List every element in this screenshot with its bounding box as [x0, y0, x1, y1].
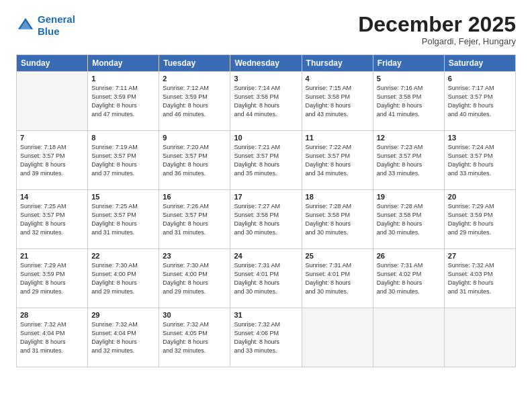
calendar-cell: 11Sunrise: 7:22 AM Sunset: 3:57 PM Dayli…	[302, 131, 373, 190]
calendar-cell: 9Sunrise: 7:20 AM Sunset: 3:57 PM Daylig…	[159, 131, 230, 190]
day-info: Sunrise: 7:16 AM Sunset: 3:58 PM Dayligh…	[377, 84, 441, 119]
day-number: 13	[448, 134, 512, 142]
day-info: Sunrise: 7:19 AM Sunset: 3:57 PM Dayligh…	[91, 143, 155, 178]
calendar-cell	[373, 308, 444, 367]
day-info: Sunrise: 7:32 AM Sunset: 4:03 PM Dayligh…	[448, 261, 512, 296]
calendar-cell: 10Sunrise: 7:21 AM Sunset: 3:57 PM Dayli…	[230, 131, 302, 190]
calendar-cell: 26Sunrise: 7:31 AM Sunset: 4:02 PM Dayli…	[373, 249, 444, 308]
title-block: December 2025 Polgardi, Fejer, Hungary	[358, 13, 516, 46]
calendar-cell: 3Sunrise: 7:14 AM Sunset: 3:58 PM Daylig…	[230, 72, 302, 131]
logo: General Blue	[16, 13, 75, 38]
day-info: Sunrise: 7:20 AM Sunset: 3:57 PM Dayligh…	[163, 143, 226, 178]
calendar-week-row: 14Sunrise: 7:25 AM Sunset: 3:57 PM Dayli…	[17, 190, 516, 249]
day-number: 29	[91, 311, 155, 319]
day-info: Sunrise: 7:21 AM Sunset: 3:57 PM Dayligh…	[234, 143, 298, 178]
day-info: Sunrise: 7:23 AM Sunset: 3:57 PM Dayligh…	[377, 143, 441, 178]
day-number: 31	[234, 311, 298, 319]
day-info: Sunrise: 7:30 AM Sunset: 4:00 PM Dayligh…	[91, 261, 155, 296]
day-info: Sunrise: 7:28 AM Sunset: 3:58 PM Dayligh…	[306, 202, 369, 237]
day-number: 25	[306, 252, 369, 260]
header: General Blue December 2025 Polgardi, Fej…	[16, 13, 516, 46]
day-info: Sunrise: 7:32 AM Sunset: 4:04 PM Dayligh…	[91, 320, 155, 355]
logo-icon	[16, 16, 35, 35]
calendar-week-row: 28Sunrise: 7:32 AM Sunset: 4:04 PM Dayli…	[17, 308, 516, 367]
day-number: 14	[20, 193, 84, 201]
day-info: Sunrise: 7:30 AM Sunset: 4:00 PM Dayligh…	[163, 261, 226, 296]
calendar-week-row: 21Sunrise: 7:29 AM Sunset: 3:59 PM Dayli…	[17, 249, 516, 308]
day-number: 22	[91, 252, 155, 260]
calendar-cell: 7Sunrise: 7:18 AM Sunset: 3:57 PM Daylig…	[17, 131, 88, 190]
day-number: 7	[20, 134, 84, 142]
location: Polgardi, Fejer, Hungary	[358, 36, 516, 46]
calendar-cell: 8Sunrise: 7:19 AM Sunset: 3:57 PM Daylig…	[88, 131, 159, 190]
calendar-cell: 30Sunrise: 7:32 AM Sunset: 4:05 PM Dayli…	[159, 308, 230, 367]
weekday-header: Sunday	[17, 55, 88, 72]
day-info: Sunrise: 7:31 AM Sunset: 4:01 PM Dayligh…	[234, 261, 298, 296]
day-info: Sunrise: 7:25 AM Sunset: 3:57 PM Dayligh…	[91, 202, 155, 237]
calendar-cell: 25Sunrise: 7:31 AM Sunset: 4:01 PM Dayli…	[302, 249, 373, 308]
day-number: 26	[377, 252, 441, 260]
day-number: 17	[234, 193, 298, 201]
day-number: 19	[377, 193, 441, 201]
day-number: 27	[448, 252, 512, 260]
calendar-week-row: 1Sunrise: 7:11 AM Sunset: 3:59 PM Daylig…	[17, 72, 516, 131]
month-title: December 2025	[358, 13, 516, 35]
calendar-header-row: SundayMondayTuesdayWednesdayThursdayFrid…	[17, 55, 516, 72]
calendar-cell: 15Sunrise: 7:25 AM Sunset: 3:57 PM Dayli…	[88, 190, 159, 249]
calendar-cell	[444, 308, 515, 367]
day-info: Sunrise: 7:31 AM Sunset: 4:01 PM Dayligh…	[306, 261, 369, 296]
weekday-header: Saturday	[444, 55, 515, 72]
day-info: Sunrise: 7:15 AM Sunset: 3:58 PM Dayligh…	[306, 84, 369, 119]
calendar-cell: 12Sunrise: 7:23 AM Sunset: 3:57 PM Dayli…	[373, 131, 444, 190]
day-info: Sunrise: 7:32 AM Sunset: 4:05 PM Dayligh…	[163, 320, 226, 355]
day-info: Sunrise: 7:29 AM Sunset: 3:59 PM Dayligh…	[20, 261, 84, 296]
weekday-header: Wednesday	[230, 55, 302, 72]
day-number: 23	[163, 252, 226, 260]
calendar-cell: 19Sunrise: 7:28 AM Sunset: 3:58 PM Dayli…	[373, 190, 444, 249]
calendar-cell: 18Sunrise: 7:28 AM Sunset: 3:58 PM Dayli…	[302, 190, 373, 249]
day-number: 18	[306, 193, 369, 201]
calendar-cell: 4Sunrise: 7:15 AM Sunset: 3:58 PM Daylig…	[302, 72, 373, 131]
day-number: 28	[20, 311, 84, 319]
calendar-cell	[302, 308, 373, 367]
day-info: Sunrise: 7:28 AM Sunset: 3:58 PM Dayligh…	[377, 202, 441, 237]
calendar-cell: 13Sunrise: 7:24 AM Sunset: 3:57 PM Dayli…	[444, 131, 515, 190]
calendar-cell: 23Sunrise: 7:30 AM Sunset: 4:00 PM Dayli…	[159, 249, 230, 308]
calendar-cell: 20Sunrise: 7:29 AM Sunset: 3:59 PM Dayli…	[444, 190, 515, 249]
calendar-table: SundayMondayTuesdayWednesdayThursdayFrid…	[16, 54, 516, 367]
day-number: 10	[234, 134, 298, 142]
weekday-header: Monday	[88, 55, 159, 72]
day-info: Sunrise: 7:11 AM Sunset: 3:59 PM Dayligh…	[91, 84, 155, 119]
logo-text: General Blue	[38, 13, 75, 38]
day-info: Sunrise: 7:29 AM Sunset: 3:59 PM Dayligh…	[448, 202, 512, 237]
logo-line1: General	[38, 13, 75, 25]
day-info: Sunrise: 7:31 AM Sunset: 4:02 PM Dayligh…	[377, 261, 441, 296]
day-number: 8	[91, 134, 155, 142]
day-number: 21	[20, 252, 84, 260]
day-number: 24	[234, 252, 298, 260]
day-info: Sunrise: 7:17 AM Sunset: 3:57 PM Dayligh…	[448, 84, 512, 119]
weekday-header: Tuesday	[159, 55, 230, 72]
day-number: 1	[91, 75, 155, 83]
day-number: 15	[91, 193, 155, 201]
calendar-cell: 5Sunrise: 7:16 AM Sunset: 3:58 PM Daylig…	[373, 72, 444, 131]
calendar-cell: 29Sunrise: 7:32 AM Sunset: 4:04 PM Dayli…	[88, 308, 159, 367]
day-number: 3	[234, 75, 298, 83]
day-info: Sunrise: 7:27 AM Sunset: 3:58 PM Dayligh…	[234, 202, 298, 237]
day-number: 6	[448, 75, 512, 83]
day-number: 16	[163, 193, 226, 201]
day-number: 2	[163, 75, 226, 83]
day-info: Sunrise: 7:32 AM Sunset: 4:04 PM Dayligh…	[20, 320, 84, 355]
day-info: Sunrise: 7:26 AM Sunset: 3:57 PM Dayligh…	[163, 202, 226, 237]
day-info: Sunrise: 7:14 AM Sunset: 3:58 PM Dayligh…	[234, 84, 298, 119]
calendar-cell: 2Sunrise: 7:12 AM Sunset: 3:59 PM Daylig…	[159, 72, 230, 131]
day-info: Sunrise: 7:18 AM Sunset: 3:57 PM Dayligh…	[20, 143, 84, 178]
page: General Blue December 2025 Polgardi, Fej…	[0, 0, 532, 411]
calendar-cell: 1Sunrise: 7:11 AM Sunset: 3:59 PM Daylig…	[88, 72, 159, 131]
calendar-week-row: 7Sunrise: 7:18 AM Sunset: 3:57 PM Daylig…	[17, 131, 516, 190]
day-info: Sunrise: 7:22 AM Sunset: 3:57 PM Dayligh…	[306, 143, 369, 178]
calendar-cell: 14Sunrise: 7:25 AM Sunset: 3:57 PM Dayli…	[17, 190, 88, 249]
day-info: Sunrise: 7:32 AM Sunset: 4:06 PM Dayligh…	[234, 320, 298, 355]
calendar-cell: 28Sunrise: 7:32 AM Sunset: 4:04 PM Dayli…	[17, 308, 88, 367]
calendar-cell: 16Sunrise: 7:26 AM Sunset: 3:57 PM Dayli…	[159, 190, 230, 249]
